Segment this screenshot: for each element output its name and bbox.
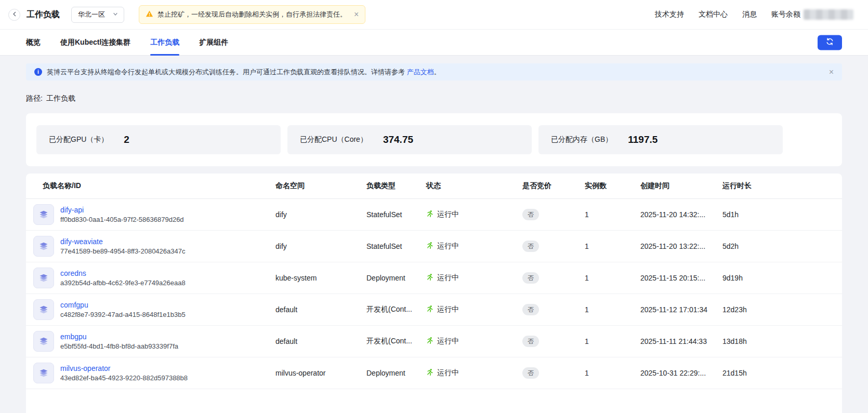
info-close-icon[interactable]: × — [829, 68, 834, 76]
region-select[interactable]: 华北一区 — [71, 7, 124, 23]
column-header-type: 负载类型 — [366, 174, 426, 199]
breadcrumb-label: 路径: — [26, 94, 43, 103]
spot-badge: 否 — [522, 304, 539, 315]
stat-cpu-value: 374.75 — [383, 134, 413, 145]
spot-badge: 否 — [522, 336, 539, 347]
stats-card: 已分配GPU（卡） 2 已分配CPU（Core） 374.75 已分配内存（GB… — [26, 113, 842, 166]
tab-overview[interactable]: 概览 — [26, 30, 41, 55]
workload-name-link[interactable]: comfgpu — [60, 301, 186, 309]
workload-id: 77e41589-be89-4954-8ff3-2080426a347c — [60, 247, 185, 255]
status-cell: 运行中 — [426, 210, 459, 219]
workload-stack-icon — [33, 363, 54, 383]
cell-namespace: dify — [275, 199, 366, 231]
table-row: dify-api ff0bd830-0aa1-405a-97f2-5863687… — [26, 199, 842, 231]
back-button[interactable] — [8, 9, 20, 21]
product-doc-link[interactable]: 产品文档 — [407, 68, 434, 76]
running-status-icon — [426, 273, 434, 283]
status-text: 运行中 — [437, 273, 459, 283]
nav-doc-center[interactable]: 文档中心 — [699, 10, 728, 19]
column-header-status: 状态 — [426, 174, 522, 199]
stat-gpu-label: 已分配GPU（卡） — [49, 135, 108, 144]
column-header-namespace: 命名空间 — [275, 174, 366, 199]
workload-name-link[interactable]: embgpu — [60, 332, 178, 341]
tab-kubectl[interactable]: 使用Kubectl连接集群 — [60, 30, 130, 55]
tabs: 概览 使用Kubectl连接集群 工作负载 扩展组件 — [26, 30, 228, 55]
cell-instances: 1 — [585, 199, 640, 231]
workload-id: e5bf55fd-4bd1-4fb8-bf8d-aab93339f7fa — [60, 342, 178, 350]
spot-badge: 否 — [522, 241, 539, 252]
main-content: i 英博云平台支持从终端命令行发起单机或大规模分布式训练任务。用户可通过工作负载… — [0, 56, 868, 413]
warning-text: 禁止挖矿，一经发现后自动删除相关实例，自行承担法律责任。 — [157, 10, 347, 19]
column-header-instances: 实例数 — [585, 174, 640, 199]
nav-tech-support[interactable]: 技术支持 — [655, 10, 684, 19]
workload-name-link[interactable]: milvus-operator — [60, 364, 188, 372]
tab-extensions[interactable]: 扩展组件 — [199, 30, 228, 55]
cell-type: Deployment — [366, 357, 426, 389]
column-header-created: 创建时间 — [640, 174, 722, 199]
cell-namespace: kube-system — [275, 262, 366, 294]
top-nav: 技术支持 文档中心 消息 账号余额 — [655, 9, 853, 20]
chevron-down-icon — [112, 11, 119, 19]
info-text-suffix: 。 — [434, 68, 441, 76]
cell-created: 2025-11-20 14:32:... — [640, 199, 722, 231]
workload-stack-icon — [33, 204, 54, 225]
cell-instances: 1 — [585, 326, 640, 357]
cell-duration: 13d18h — [722, 326, 842, 357]
spot-badge: 否 — [522, 272, 539, 284]
status-cell: 运行中 — [426, 368, 459, 378]
cell-duration: 21d15h — [722, 357, 842, 389]
running-status-icon — [426, 305, 434, 314]
table-header: 负载名称/ID 命名空间 负载类型 状态 是否竞价 实例数 创建时间 运行时长 — [26, 174, 842, 199]
refresh-button[interactable] — [818, 35, 842, 50]
workload-id: a392b54d-afbb-4c62-9fe3-e7749a26eaa8 — [60, 279, 186, 287]
status-text: 运行中 — [437, 305, 459, 314]
cell-duration: 9d19h — [722, 262, 842, 294]
stat-cpu-label: 已分配CPU（Core） — [300, 135, 367, 144]
cell-namespace: default — [275, 326, 366, 357]
workload-name-link[interactable]: coredns — [60, 269, 186, 277]
workload-stack-icon — [33, 299, 54, 320]
cell-duration: 5d2h — [722, 231, 842, 262]
table-row: dify-weaviate 77e41589-be89-4954-8ff3-20… — [26, 231, 842, 262]
tabbar: 概览 使用Kubectl连接集群 工作负载 扩展组件 — [0, 30, 868, 56]
cell-created: 2025-11-12 17:01:34 — [640, 294, 722, 326]
info-text: 英博云平台支持从终端命令行发起单机或大规模分布式训练任务。用户可通过工作负载直观… — [47, 68, 821, 77]
workload-name-link[interactable]: dify-api — [60, 206, 184, 214]
running-status-icon — [426, 368, 434, 378]
cell-type: 开发机(Cont... — [366, 294, 426, 326]
cell-created: 2025-11-20 13:22:... — [640, 231, 722, 262]
cell-created: 2025-11-15 20:15:... — [640, 262, 722, 294]
warning-icon — [146, 10, 153, 19]
status-text: 运行中 — [437, 242, 459, 251]
info-banner: i 英博云平台支持从终端命令行发起单机或大规模分布式训练任务。用户可通过工作负载… — [26, 63, 842, 81]
warning-close-icon[interactable]: × — [354, 10, 359, 19]
page-title: 工作负载 — [27, 9, 60, 20]
column-header-duration: 运行时长 — [722, 174, 842, 199]
breadcrumb-value: 工作负载 — [46, 94, 75, 103]
running-status-icon — [426, 242, 434, 251]
running-status-icon — [426, 210, 434, 219]
workload-id: c482f8e7-9392-47ad-a415-8648f1e1b3b5 — [60, 311, 186, 318]
breadcrumb: 路径: 工作负载 — [26, 94, 842, 103]
stat-memory: 已分配内存（GB） 1197.5 — [538, 125, 783, 154]
cell-created: 2025-10-31 22:29:... — [640, 357, 722, 389]
nav-messages[interactable]: 消息 — [742, 10, 757, 19]
info-icon: i — [34, 68, 42, 76]
stat-memory-label: 已分配内存（GB） — [551, 135, 612, 144]
warning-banner: 禁止挖矿，一经发现后自动删除相关实例，自行承担法律责任。 × — [139, 5, 365, 24]
stat-gpu: 已分配GPU（卡） 2 — [36, 125, 281, 154]
workload-table-card: 负载名称/ID 命名空间 负载类型 状态 是否竞价 实例数 创建时间 运行时长 — [26, 174, 842, 413]
spot-badge: 否 — [522, 367, 539, 379]
table-body: dify-api ff0bd830-0aa1-405a-97f2-5863687… — [26, 199, 842, 389]
info-text-body: 英博云平台支持从终端命令行发起单机或大规模分布式训练任务。用户可通过工作负载直观… — [47, 68, 407, 76]
table-row: coredns a392b54d-afbb-4c62-9fe3-e7749a26… — [26, 262, 842, 294]
cell-duration: 5d1h — [722, 199, 842, 231]
workload-name-link[interactable]: dify-weaviate — [60, 237, 185, 246]
status-cell: 运行中 — [426, 242, 459, 251]
stat-memory-value: 1197.5 — [628, 134, 657, 145]
tab-workload[interactable]: 工作负载 — [150, 30, 179, 55]
workload-table: 负载名称/ID 命名空间 负载类型 状态 是否竞价 实例数 创建时间 运行时长 — [26, 174, 842, 389]
cell-namespace: dify — [275, 231, 366, 262]
workload-stack-icon — [33, 331, 54, 352]
topbar: 工作负载 华北一区 禁止挖矿，一经发现后自动删除相关实例，自行承担法律责任。 ×… — [0, 0, 868, 30]
